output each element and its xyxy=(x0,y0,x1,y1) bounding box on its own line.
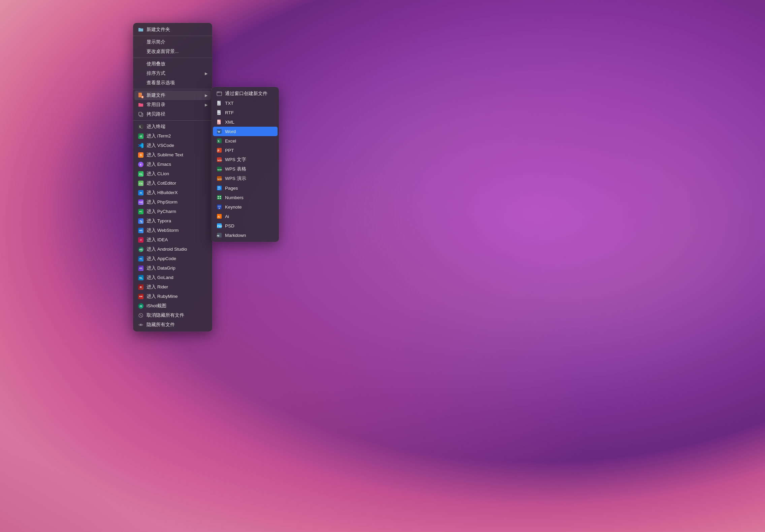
menu-item-datagrip[interactable]: DG 进入 DataGrip xyxy=(133,263,212,273)
menu-item-show-all-files[interactable]: 取消隐藏所有文件 xyxy=(133,311,212,320)
copy-icon xyxy=(138,111,144,117)
rtf-icon: RTF xyxy=(216,109,222,116)
menu-item-hide-all-files[interactable]: 隐藏所有文件 xyxy=(133,320,212,330)
menu-item-sublime[interactable]: S 进入 Sublime Text xyxy=(133,150,212,160)
show-all-icon xyxy=(138,312,144,318)
submenu-item-numbers[interactable]: Numbers xyxy=(212,193,279,202)
menu-item-android-studio[interactable]: AS 进入 Android Studio xyxy=(133,245,212,254)
menu-item-vscode[interactable]: 进入 VSCode xyxy=(133,141,212,150)
wps-present-icon: WPS xyxy=(216,176,222,182)
submenu-item-markdown[interactable]: MD Markdown xyxy=(212,230,279,240)
menu-item-common-dir[interactable]: 常用目录 ▶ xyxy=(133,100,212,109)
menu-item-use-stacks[interactable]: 使用叠放 xyxy=(133,59,212,69)
submenu-item-wps-table[interactable]: WPS WPS 表格 xyxy=(212,164,279,174)
svg-point-8 xyxy=(218,92,218,93)
menu-item-emacs[interactable]: E 进入 Emacs xyxy=(133,160,212,169)
submenu-item-keynote[interactable]: Keynote xyxy=(212,202,279,212)
svg-text:RTF: RTF xyxy=(218,113,220,115)
submenu-item-word[interactable]: W Word xyxy=(213,127,278,136)
txt-icon: TXT xyxy=(216,100,222,106)
svg-rect-33 xyxy=(218,189,220,190)
android-studio-icon: AS xyxy=(138,246,144,252)
new-file-icon xyxy=(138,92,144,98)
menu-label: 拷贝路径 xyxy=(147,111,165,117)
hide-all-icon xyxy=(138,322,144,328)
emacs-icon: E xyxy=(138,161,144,167)
sort-icon xyxy=(138,70,144,76)
menu-label: 进入 CotEditor xyxy=(147,180,176,186)
svg-rect-35 xyxy=(218,196,219,197)
separator-4 xyxy=(133,120,212,121)
menu-item-view-options[interactable]: 查看显示选项 xyxy=(133,78,212,88)
submenu-label: PSD xyxy=(225,223,234,228)
submenu-item-create-via-window[interactable]: 通过窗口创建新文件 xyxy=(212,89,279,98)
submenu-arrow: ▶ xyxy=(205,103,208,107)
menu-item-rider[interactable]: R 进入 Rider xyxy=(133,282,212,292)
submenu-label: Excel xyxy=(225,138,236,144)
submenu-item-rtf[interactable]: RTF RTF xyxy=(212,108,279,117)
keynote-icon xyxy=(216,204,222,210)
ishot-icon: iS xyxy=(138,303,144,309)
svg-text:XML: XML xyxy=(218,122,220,124)
wallpaper-icon xyxy=(138,49,144,55)
submenu-item-wps-present[interactable]: WPS WPS 演示 xyxy=(212,174,279,183)
submenu-item-excel[interactable]: X Excel xyxy=(212,136,279,146)
menu-item-show-info[interactable]: 显示简介 xyxy=(133,37,212,47)
submenu-arrow: ▶ xyxy=(205,71,208,76)
idea-icon: IJ xyxy=(138,237,144,243)
menu-label: 显示简介 xyxy=(147,39,165,45)
submenu-item-ppt[interactable]: P PPT xyxy=(212,146,279,155)
menu-item-ishot[interactable]: iS iShot截图 xyxy=(133,301,212,311)
svg-rect-42 xyxy=(218,209,220,209)
clion-icon: CL xyxy=(138,171,144,177)
separator-1 xyxy=(133,36,212,36)
submenu-item-psd[interactable]: PSD PSD xyxy=(212,221,279,230)
menu-item-goland[interactable]: GL 进入 GoLand xyxy=(133,273,212,282)
terminal-icon: $_ xyxy=(138,124,144,130)
submenu-item-txt[interactable]: TXT TXT xyxy=(212,98,279,108)
svg-rect-41 xyxy=(219,208,220,209)
menu-label: 进入 Emacs xyxy=(147,161,171,167)
submenu-item-xml[interactable]: XML XML xyxy=(212,117,279,127)
svg-rect-30 xyxy=(218,187,220,187)
svg-point-10 xyxy=(219,92,220,93)
common-dir-icon xyxy=(138,102,144,108)
menu-item-copy-path[interactable]: 拷贝路径 xyxy=(133,109,212,119)
menu-item-sort-by[interactable]: 排序方式 ▶ xyxy=(133,69,212,78)
menu-item-new-file[interactable]: 新建文件 ▶ xyxy=(134,91,211,100)
submenu-item-pages[interactable]: Pages xyxy=(212,183,279,193)
svg-line-5 xyxy=(140,314,142,316)
submenu-label: 通过窗口创建新文件 xyxy=(225,91,267,97)
svg-text:WPS: WPS xyxy=(217,178,222,181)
psd-icon: PSD xyxy=(216,223,222,229)
svg-rect-32 xyxy=(218,189,221,189)
menu-item-pycharm[interactable]: PC 进入 PyCharm xyxy=(133,207,212,216)
menu-item-appcode[interactable]: AC 进入 AppCode xyxy=(133,254,212,263)
menu-item-rubymine[interactable]: RM 进入 RubyMine xyxy=(133,292,212,301)
sublime-icon: S xyxy=(138,152,144,158)
menu-item-webstorm[interactable]: WS 进入 WebStorm xyxy=(133,226,212,235)
menu-label: 进入 PyCharm xyxy=(147,209,176,215)
datagrip-icon: DG xyxy=(138,265,144,271)
submenu-item-wps-text[interactable]: WPS WPS 文字 xyxy=(212,155,279,164)
menu-label: 进入 Typora xyxy=(147,218,171,224)
menu-label: 进入 Rider xyxy=(147,284,168,290)
menu-item-iterm2[interactable]: i2 进入 iTerm2 xyxy=(133,131,212,141)
svg-text:MD: MD xyxy=(217,234,220,237)
submenu-arrow: ▶ xyxy=(205,93,208,98)
menu-item-clion[interactable]: CL 进入 CLion xyxy=(133,169,212,179)
menu-item-terminal[interactable]: $_ 进入终端 xyxy=(133,122,212,131)
svg-text:WPS: WPS xyxy=(217,168,222,171)
menu-item-typora[interactable]: Ty 进入 Typora xyxy=(133,216,212,226)
menu-item-idea[interactable]: IJ 进入 IDEA xyxy=(133,235,212,245)
svg-text:WPS: WPS xyxy=(217,159,222,162)
menu-item-phpstorm[interactable]: PHP 进入 PhpStorm xyxy=(133,197,212,207)
menu-label: iShot截图 xyxy=(147,303,166,309)
submenu-item-ai[interactable]: Ai Ai xyxy=(212,212,279,221)
appcode-icon: AC xyxy=(138,256,144,262)
menu-item-coteditor[interactable]: Co 进入 CotEditor xyxy=(133,179,212,188)
menu-label: 进入 IDEA xyxy=(147,237,168,243)
menu-item-hbuilderx[interactable]: H 进入 HBuilderX xyxy=(133,188,212,197)
menu-item-new-folder[interactable]: 新建文件夹 xyxy=(133,25,212,34)
menu-item-change-bg[interactable]: 更改桌面背景... xyxy=(133,47,212,56)
